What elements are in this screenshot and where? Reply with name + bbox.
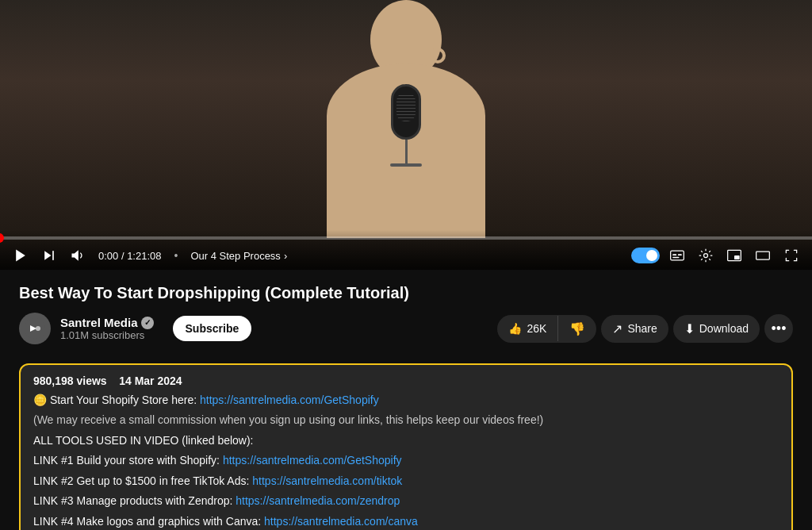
description-meta: 980,198 views 14 Mar 2024 (33, 374, 779, 387)
link-url[interactable]: https://santrelmedia.com/zendrop (236, 494, 400, 507)
link-url[interactable]: https://santrelmedia.com/canva (264, 515, 418, 528)
more-options-button[interactable]: ••• (764, 314, 793, 343)
shopify-text: 🪙 Start Your Shopify Store here: (33, 394, 197, 406)
progress-dot (0, 233, 4, 243)
subscriber-count: 1.01M subscribers (60, 329, 154, 341)
chapter-chevron: › (284, 250, 287, 262)
commission-note: (We may receive a small commission when … (33, 412, 779, 428)
channel-row: Santrel Media ✓ 1.01M subscribers Subscr… (19, 313, 793, 344)
link-label: LINK #3 Manage products with Zendrop: (33, 494, 236, 507)
channel-avatar[interactable] (19, 313, 51, 344)
tools-header: ALL TOOLS USED IN VIDEO (linked below): (33, 432, 779, 449)
commission-text: (We may receive a small commission when … (33, 413, 543, 426)
thumbs-down-icon: 👎 (569, 322, 585, 336)
link-url[interactable]: https://santrelmedia.com/GetShopify (223, 454, 402, 467)
svg-rect-7 (672, 257, 679, 259)
svg-rect-4 (671, 251, 684, 260)
description-box: 980,198 views 14 Mar 2024 🪙 Start Your S… (19, 363, 793, 530)
like-dislike-group: 👍 26K 👎 (497, 315, 596, 343)
share-button[interactable]: ↗ Share (601, 315, 668, 343)
svg-rect-6 (678, 254, 682, 255)
view-count: 980,198 views (33, 374, 107, 387)
settings-button[interactable] (695, 244, 717, 267)
svg-point-8 (704, 254, 708, 258)
like-button[interactable]: 👍 26K (497, 316, 558, 341)
skip-button[interactable] (38, 244, 60, 267)
link-label: LINK #4 Make logos and graphics with Can… (33, 515, 264, 528)
dislike-button[interactable]: 👎 (558, 315, 596, 343)
chapter-label[interactable]: Our 4 Step Process › (190, 250, 287, 262)
svg-rect-5 (672, 254, 676, 255)
action-buttons-group: 👍 26K 👎 ↗ Share ⬇ Download ••• (497, 314, 793, 343)
autoplay-toggle[interactable] (631, 248, 660, 263)
link-label: LINK #1 Build your store with Shopify: (33, 454, 223, 467)
subtitles-button[interactable] (666, 244, 688, 267)
theater-button[interactable] (752, 244, 774, 267)
channel-name-text: Santrel Media (60, 316, 138, 329)
microphone-prop (390, 84, 422, 167)
chapter-separator: • (174, 249, 178, 262)
subscribe-button[interactable]: Subscribe (173, 316, 252, 341)
link-label: LINK #2 Get up to $1500 in free TikTok A… (33, 474, 252, 487)
video-player[interactable]: 0:00 / 1:21:08 • Our 4 Step Process › (0, 0, 812, 270)
share-icon: ↗ (612, 321, 622, 336)
link-item: LINK #3 Manage products with Zendrop: ht… (33, 492, 779, 509)
upload-date: 14 Mar 2024 (119, 374, 182, 387)
shopify-line: 🪙 Start Your Shopify Store here: https:/… (33, 392, 779, 409)
links-list: LINK #1 Build your store with Shopify: h… (33, 451, 779, 530)
link-item: LINK #1 Build your store with Shopify: h… (33, 451, 779, 469)
shopify-link[interactable]: https://santrelmedia.com/GetShopify (200, 394, 379, 406)
time-display: 0:00 / 1:21:08 (98, 250, 162, 262)
chapter-text: Our 4 Step Process (190, 250, 280, 262)
thumbs-up-icon: 👍 (508, 322, 522, 335)
verified-badge: ✓ (141, 317, 154, 329)
video-info-section: Best Way To Start Dropshipping (Complete… (0, 270, 812, 354)
progress-bar[interactable] (0, 236, 812, 240)
svg-rect-2 (52, 251, 54, 260)
video-title: Best Way To Start Dropshipping (Complete… (19, 282, 793, 303)
svg-marker-3 (72, 250, 79, 260)
download-icon: ⬇ (684, 321, 695, 336)
svg-rect-10 (734, 255, 740, 259)
toggle-circle (646, 250, 657, 261)
miniplayer-button[interactable] (723, 244, 745, 267)
svg-point-13 (36, 326, 40, 331)
link-item: LINK #4 Make logos and graphics with Can… (33, 513, 779, 530)
channel-info: Santrel Media ✓ 1.01M subscribers (60, 316, 154, 341)
svg-marker-0 (16, 250, 25, 262)
like-count: 26K (527, 322, 546, 335)
video-controls-bar: 0:00 / 1:21:08 • Our 4 Step Process › (0, 230, 812, 270)
download-button[interactable]: ⬇ Download (673, 315, 760, 343)
volume-button[interactable] (67, 244, 89, 267)
play-button[interactable] (10, 244, 32, 267)
svg-marker-1 (44, 251, 51, 260)
svg-rect-11 (756, 252, 770, 259)
link-item: LINK #2 Get up to $1500 in free TikTok A… (33, 472, 779, 490)
download-label: Download (699, 322, 749, 335)
fullscreen-button[interactable] (780, 244, 802, 267)
more-dots-icon: ••• (772, 321, 787, 337)
link-url[interactable]: https://santrelmedia.com/tiktok (252, 474, 402, 487)
channel-name[interactable]: Santrel Media ✓ (60, 316, 154, 329)
share-label: Share (627, 322, 657, 335)
